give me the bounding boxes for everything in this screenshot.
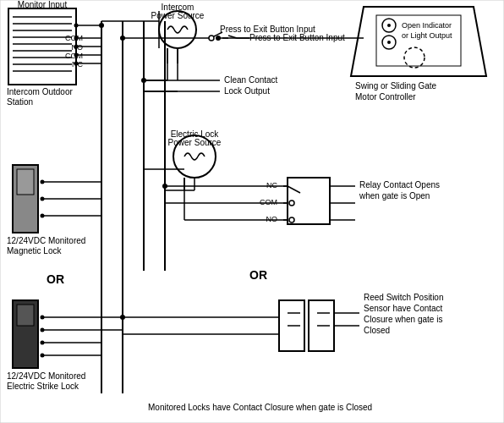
monitor-input-label: Monitor Input <box>18 0 68 9</box>
intercom-outdoor-label2: Station <box>7 97 33 107</box>
wiring-diagram: Monitor Input Intercom Outdoor Station I… <box>0 0 504 423</box>
svg-point-41 <box>209 36 214 41</box>
clean-contact-label: Clean Contact <box>224 75 278 85</box>
intercom-outdoor-label: Intercom Outdoor <box>7 87 73 96</box>
svg-point-118 <box>120 36 125 41</box>
or-bottom-label: OR <box>249 268 267 282</box>
nc-relay-label: NC <box>266 181 277 190</box>
svg-text:when gate is Open: when gate is Open <box>359 191 430 201</box>
reed-switch-label: Reed Switch Position <box>364 293 444 302</box>
monitored-locks-label: Monitored Locks have Contact Closure whe… <box>148 403 372 412</box>
svg-text:Power Source: Power Source <box>168 138 222 147</box>
svg-text:or Light Output: or Light Output <box>402 31 452 40</box>
com-relay-label: COM <box>260 198 277 206</box>
svg-point-75 <box>387 41 391 44</box>
svg-text:Closed: Closed <box>364 326 390 335</box>
svg-point-121 <box>162 184 167 189</box>
magnetic-lock-label: 12/24VDC Monitored <box>7 236 85 245</box>
no-relay-label: NO <box>266 215 278 223</box>
svg-point-120 <box>141 78 146 83</box>
svg-text:Electric Strike Lock: Electric Strike Lock <box>7 382 79 391</box>
com2-label: COM <box>65 52 83 60</box>
no-label: NO <box>72 43 84 52</box>
com-label: COM <box>65 34 83 42</box>
or-top-label: OR <box>47 272 64 286</box>
svg-text:Closure when gate is: Closure when gate is <box>364 315 442 324</box>
svg-point-119 <box>99 23 104 28</box>
svg-point-84 <box>289 201 294 206</box>
svg-text:Sensor have Contact: Sensor have Contact <box>364 304 443 313</box>
nc-label: NC <box>72 60 83 69</box>
svg-point-74 <box>387 24 391 27</box>
electric-strike-label: 12/24VDC Monitored <box>7 371 85 381</box>
svg-rect-1 <box>8 8 76 85</box>
swing-gate-label: Swing or Sliding Gate <box>355 81 437 91</box>
svg-point-86 <box>289 217 294 222</box>
open-indicator-label: Open Indicator <box>402 21 452 30</box>
svg-text:Magnetic Lock: Magnetic Lock <box>7 246 62 255</box>
svg-rect-52 <box>17 169 34 195</box>
svg-text:Motor Controller: Motor Controller <box>355 92 416 102</box>
svg-point-122 <box>120 315 125 320</box>
relay-contact-label: Relay Contact Opens <box>359 180 440 190</box>
svg-rect-61 <box>17 305 34 326</box>
svg-point-26 <box>216 36 221 41</box>
svg-text:Lock Output: Lock Output <box>224 86 270 96</box>
